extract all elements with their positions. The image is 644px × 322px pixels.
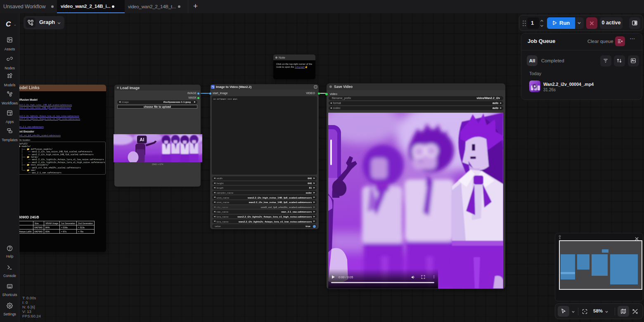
svg-text:AI: AI <box>140 137 144 142</box>
